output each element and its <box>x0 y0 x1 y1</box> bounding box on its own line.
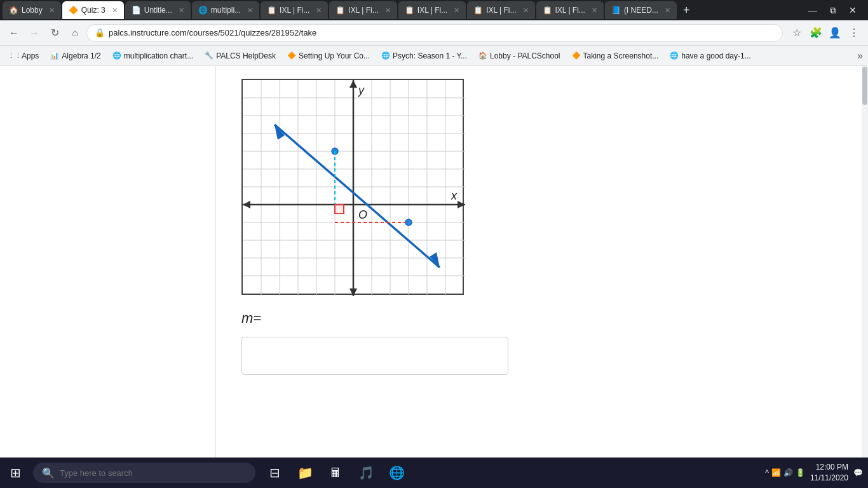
minimize-button[interactable]: — <box>804 5 821 16</box>
tab-ixl4[interactable]: 📋 IXL | Fi... ✕ <box>467 1 534 19</box>
algebra-favicon: 📊 <box>50 51 59 60</box>
taskbar-app-icons: ⊟ 📁 🖩 🎵 🌐 <box>261 459 410 487</box>
bookmark-screenshot-label: Taking a Screenshot... <box>583 51 659 60</box>
bookmark-apps[interactable]: ⋮⋮ Apps <box>5 50 44 62</box>
tab-quiz[interactable]: 🔶 Quiz: 3 ✕ <box>62 1 124 19</box>
bookmark-star-button[interactable]: ☆ <box>788 24 806 42</box>
bookmark-screenshot[interactable]: 🔶 Taking a Screenshot... <box>567 50 664 62</box>
tab-ixl3[interactable]: 📋 IXL | Fi... ✕ <box>398 1 466 19</box>
nav-icons: ☆ 🧩 👤 ⋮ <box>788 24 863 42</box>
tab-favicon-ixl1: 📋 <box>267 6 276 15</box>
svg-marker-26 <box>349 80 357 88</box>
window-controls: — ⧉ ✕ <box>804 5 865 16</box>
tab-favicon-ineed: 📘 <box>611 6 620 15</box>
bookmark-apps-label: Apps <box>22 51 39 60</box>
forward-button[interactable]: → <box>25 24 43 42</box>
refresh-button[interactable]: ↻ <box>46 24 64 42</box>
home-button[interactable]: ⌂ <box>66 24 84 42</box>
tab-close-quiz[interactable]: ✕ <box>112 6 118 15</box>
answer-input[interactable] <box>241 337 508 375</box>
maximize-button[interactable]: ⧉ <box>826 5 840 16</box>
scrollbar-thumb[interactable] <box>862 67 867 105</box>
bookmarks-bar: ⋮⋮ Apps 📊 Algebra 1/2 🌐 multiplication c… <box>0 46 868 66</box>
tab-close-ixl5[interactable]: ✕ <box>592 6 597 15</box>
tab-close-untitled[interactable]: ✕ <box>179 6 184 15</box>
bookmark-helpdesk[interactable]: 🔧 PALCS HelpDesk <box>200 50 281 62</box>
tab-label-mult: multipli... <box>211 6 241 15</box>
bookmark-lobby[interactable]: 🏠 Lobby - PALCSchool <box>473 50 566 62</box>
bookmarks-more[interactable]: » <box>857 50 863 62</box>
browser-button[interactable]: 🌐 <box>383 459 410 487</box>
system-tray: ^ 📶 🔊 🔋 <box>765 468 805 477</box>
bookmark-multiplication[interactable]: 🌐 multiplication chart... <box>107 50 198 62</box>
tab-close-lobby[interactable]: ✕ <box>49 6 55 15</box>
tab-label-ixl5: IXL | Fi... <box>555 6 585 15</box>
svg-text:O: O <box>358 208 367 221</box>
back-button[interactable]: ← <box>5 24 23 42</box>
tab-lobby[interactable]: 🏠 Lobby ✕ <box>3 1 61 19</box>
scrollbar[interactable] <box>862 66 868 458</box>
task-view-button[interactable]: ⊟ <box>261 459 288 487</box>
tab-close-ixl4[interactable]: ✕ <box>523 6 529 15</box>
tab-ineed[interactable]: 📘 (I NEED... ✕ <box>605 1 677 19</box>
notification-icon[interactable]: 💬 <box>853 468 863 477</box>
profile-button[interactable]: 👤 <box>826 24 844 42</box>
content-area: x y O <box>216 66 862 458</box>
tab-close-ineed[interactable]: ✕ <box>665 6 670 15</box>
tab-close-ixl1[interactable]: ✕ <box>316 6 322 15</box>
lock-icon: 🔒 <box>95 28 105 37</box>
tab-ixl1[interactable]: 📋 IXL | Fi... ✕ <box>261 1 328 19</box>
network-icon[interactable]: 📶 <box>771 468 781 477</box>
taskbar-search-input[interactable] <box>60 468 247 478</box>
file-explorer-button[interactable]: 📁 <box>291 459 319 487</box>
tab-multiplication[interactable]: 🌐 multipli... ✕ <box>192 1 259 19</box>
extension-button[interactable]: 🧩 <box>807 24 825 42</box>
calculator-button[interactable]: 🖩 <box>322 459 349 487</box>
calculator-icon: 🖩 <box>329 466 342 480</box>
bookmark-algebra[interactable]: 📊 Algebra 1/2 <box>45 50 105 62</box>
tab-untitled[interactable]: 📄 Untitle... ✕ <box>125 1 191 19</box>
volume-icon[interactable]: 🔊 <box>783 468 793 477</box>
tab-label-ixl4: IXL | Fi... <box>486 6 516 15</box>
tab-ixl2[interactable]: 📋 IXL | Fi... ✕ <box>329 1 397 19</box>
tab-close-mult[interactable]: ✕ <box>247 6 253 15</box>
windows-icon: ⊞ <box>10 465 21 480</box>
tab-label-ixl1: IXL | Fi... <box>280 6 309 15</box>
screenshot-favicon: 🔶 <box>572 51 581 60</box>
tab-label-ixl3: IXL | Fi... <box>417 6 447 15</box>
close-button[interactable]: ✕ <box>845 5 860 16</box>
menu-button[interactable]: ⋮ <box>845 24 863 42</box>
bookmark-lobby-label: Lobby - PALCSchool <box>490 51 560 60</box>
tab-favicon-ixl4: 📋 <box>473 6 482 15</box>
bookmark-goodday[interactable]: 🌐 have a good day-1... <box>665 50 756 62</box>
bookmark-algebra-label: Algebra 1/2 <box>62 51 100 60</box>
tab-favicon-mult: 🌐 <box>198 6 207 15</box>
svg-line-31 <box>275 125 440 268</box>
bookmark-helpdesk-label: PALCS HelpDesk <box>216 51 276 60</box>
new-tab-button[interactable]: + <box>678 4 695 17</box>
media-button[interactable]: 🎵 <box>352 459 380 487</box>
search-icon: 🔍 <box>42 467 55 479</box>
tab-favicon-ixl3: 📋 <box>405 6 414 15</box>
bookmark-psych-label: Psych: Season 1 - Y... <box>393 51 467 60</box>
graph-container: x y O <box>241 79 464 295</box>
tab-close-ixl3[interactable]: ✕ <box>454 6 459 15</box>
tab-ixl5[interactable]: 📋 IXL | Fi... ✕ <box>536 1 604 19</box>
task-view-icon: ⊟ <box>269 465 280 480</box>
svg-rect-39 <box>335 205 344 214</box>
tray-chevron[interactable]: ^ <box>765 468 769 477</box>
taskbar: ⊞ 🔍 ⊟ 📁 🖩 🎵 🌐 ^ 📶 🔊 🔋 12:00 PM 11/ <box>0 458 868 488</box>
taskbar-search-bar[interactable]: 🔍 <box>33 463 255 483</box>
bookmark-setup[interactable]: 🔶 Setting Up Your Co... <box>282 50 375 62</box>
bookmark-psych[interactable]: 🌐 Psych: Season 1 - Y... <box>376 50 472 62</box>
start-button[interactable]: ⊞ <box>0 458 31 488</box>
address-bar[interactable]: 🔒 palcs.instructure.com/courses/5021/qui… <box>86 24 783 42</box>
browser-icon: 🌐 <box>389 465 405 480</box>
tab-close-ixl2[interactable]: ✕ <box>385 6 391 15</box>
helpdesk-favicon: 🔧 <box>205 51 214 60</box>
tab-favicon-ixl2: 📋 <box>336 6 344 15</box>
system-clock[interactable]: 12:00 PM 11/11/2020 <box>810 462 848 484</box>
battery-icon[interactable]: 🔋 <box>796 468 805 477</box>
coordinate-graph: x y O <box>243 80 465 296</box>
media-icon: 🎵 <box>358 465 374 480</box>
